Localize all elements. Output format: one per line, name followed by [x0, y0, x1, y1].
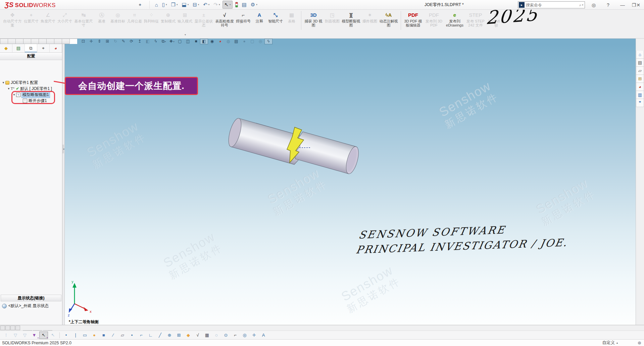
- undo-icon[interactable]: ↶▾: [202, 1, 211, 9]
- weld-symbol-button[interactable]: ⌐ 焊接符号: [235, 10, 252, 24]
- command-search[interactable]: ▸ ⌕ ▾: [518, 1, 585, 8]
- tab-mbd-dimensions[interactable]: [54, 39, 62, 44]
- display-settings-icon[interactable]: ▤: [233, 39, 240, 44]
- panel-splitter[interactable]: ◂: [62, 44, 65, 325]
- pmi-preview-icon[interactable]: ϟ: [265, 39, 272, 44]
- tab-solidworks-addins[interactable]: [62, 39, 70, 44]
- zoom-area-icon[interactable]: ⊞: [104, 39, 111, 44]
- angled-line-tool[interactable]: ╱: [156, 332, 164, 339]
- rotate-view-icon[interactable]: ↻: [112, 39, 119, 44]
- point-tool[interactable]: ▪: [128, 332, 136, 339]
- magnifier-tool[interactable]: ◌: [212, 332, 221, 339]
- save-icon[interactable]: ⬓▾: [180, 1, 190, 9]
- status-customize-button[interactable]: 自定义▴: [602, 340, 618, 346]
- print-icon[interactable]: ⊟▾: [191, 1, 200, 9]
- angle-dimension-button[interactable]: ∠ 角度尺寸: [40, 10, 56, 24]
- convert-entities-tool[interactable]: ∟: [146, 332, 155, 339]
- new-document-icon[interactable]: ▯▾: [161, 1, 168, 9]
- 3d-pdf-template-editor-button[interactable]: PDF 3D PDF 模板编辑器: [403, 10, 424, 28]
- help-icon[interactable]: ?: [602, 0, 614, 10]
- tab-sheet-metal[interactable]: [23, 39, 31, 44]
- display-state-row[interactable]: <默认>_外观 显示状态: [2, 303, 49, 309]
- publish-step242-button[interactable]: STEP 发布 STEP 242 文件: [465, 10, 486, 28]
- rebuild-traffic-light-icon[interactable]: [234, 1, 239, 9]
- basic-location-dimension-button[interactable]: ↹ 基本位置尺寸: [73, 10, 94, 28]
- smart-dimension-button[interactable]: ⤡ 智能尺寸: [267, 10, 284, 24]
- configurationmanager-icon[interactable]: ⧉: [25, 44, 37, 52]
- sketch-slot-tool[interactable]: ●: [90, 332, 99, 339]
- measure-tool[interactable]: ◆: [184, 332, 193, 339]
- section-view-button[interactable]: ◳ 剖面视图: [324, 10, 341, 24]
- forum-icon[interactable]: ❞: [636, 99, 644, 107]
- tab-direct-editing[interactable]: [39, 39, 47, 44]
- sketch-point-tool[interactable]: •: [62, 332, 70, 339]
- dimxpertmanager-icon[interactable]: ⌖: [37, 44, 50, 52]
- roll-view-icon[interactable]: ⟳: [128, 39, 135, 44]
- search-dropdown-icon[interactable]: ▾: [582, 4, 583, 6]
- scroll-first-button[interactable]: [0, 326, 5, 330]
- tab-weldments[interactable]: [15, 39, 23, 44]
- zoom-in-out-icon[interactable]: ⇕: [96, 39, 103, 44]
- tab-sketch[interactable]: [8, 39, 16, 44]
- weld-symbol-tool[interactable]: ⌐: [231, 332, 240, 339]
- section-view-hud-icon[interactable]: ◧: [144, 39, 151, 44]
- close-doc-button[interactable]: [506, 39, 511, 44]
- perspective-icon[interactable]: ▢: [249, 39, 256, 44]
- close-button[interactable]: ✕: [633, 0, 644, 10]
- sketch-line-tool[interactable]: ∣: [71, 332, 80, 339]
- options-gear-icon[interactable]: ⚙▾: [249, 1, 259, 9]
- minimize-button[interactable]: —: [617, 0, 628, 10]
- scroll-last-button[interactable]: [15, 326, 20, 330]
- contour-select-tool[interactable]: ⌐: [137, 332, 146, 339]
- filter-vertices-icon[interactable]: ▽: [11, 332, 20, 339]
- copy-scheme-button[interactable]: ⊕ 复制模式: [160, 10, 177, 24]
- pattern-feature-button[interactable]: ⁘ 阵列特征: [143, 10, 160, 24]
- normal-to-icon[interactable]: ↥: [136, 39, 143, 44]
- next-window-button[interactable]: [487, 39, 492, 44]
- select-tool[interactable]: ↖▾: [39, 332, 48, 339]
- displaymanager-icon[interactable]: ◕: [50, 44, 62, 52]
- expand-icon[interactable]: ▼: [7, 87, 11, 90]
- circle-tool[interactable]: ⊕: [165, 332, 174, 339]
- sketch-rectangle-tool[interactable]: ▭: [81, 332, 89, 339]
- redo-icon[interactable]: ↷▾: [212, 1, 221, 9]
- filter-edges-icon[interactable]: ▽: [20, 332, 29, 339]
- datum-button[interactable]: Ⓐ 基准: [94, 10, 109, 24]
- tab-surfaces[interactable]: [31, 39, 39, 44]
- selection-filter-icon[interactable]: ▼▾: [30, 332, 39, 339]
- exploded-view-button[interactable]: ✶ 爆炸视图: [361, 10, 378, 24]
- datum-target-tool[interactable]: ⊙: [221, 332, 230, 339]
- reference-plane-tool[interactable]: ▱: [118, 332, 127, 339]
- search-input[interactable]: [526, 3, 579, 7]
- publish-3d-pdf-button[interactable]: PDF 发布到 3D PDF: [424, 10, 444, 28]
- taskpane-home-icon[interactable]: ⌂: [636, 51, 644, 59]
- featuremanager-tree-icon[interactable]: ◆: [0, 44, 12, 52]
- tab-evaluate[interactable]: [46, 39, 54, 44]
- location-dimension-button[interactable]: ⌖ 位置尺寸: [23, 10, 40, 24]
- extrude-feature-tool[interactable]: ■: [99, 332, 108, 339]
- shaded-icon[interactable]: ■: [192, 39, 200, 44]
- tree-row-root[interactable]: ▼ JOE零件1 配置: [2, 80, 38, 86]
- ribbon-pulldown-icon[interactable]: ▾: [185, 33, 186, 36]
- note-tool[interactable]: A: [259, 332, 268, 339]
- centerline-tool[interactable]: ⁄: [109, 332, 117, 339]
- pin-menu-icon[interactable]: ✦: [138, 2, 142, 7]
- file-explorer-icon[interactable]: ▱: [636, 67, 644, 75]
- note-button[interactable]: A 注释: [252, 10, 267, 24]
- appearances-icon[interactable]: ◕: [216, 39, 224, 44]
- status-tag-icon[interactable]: ⊛: [638, 340, 641, 345]
- geometric-tolerance-button[interactable]: ⌗ 几何公差: [126, 10, 143, 24]
- design-library-icon[interactable]: ▤: [636, 59, 644, 67]
- select-arrow-icon[interactable]: ↖▾: [222, 1, 232, 9]
- tables-button[interactable]: ▦ 表格: [284, 10, 299, 24]
- home-icon[interactable]: ⌂: [154, 1, 159, 9]
- tab-mbd[interactable]: [69, 39, 78, 44]
- custom-properties-icon[interactable]: ▥: [636, 91, 644, 99]
- open-icon[interactable]: ❒▾: [170, 1, 179, 9]
- show-tolerance-status-button[interactable]: ± 显示公差状态: [193, 10, 214, 28]
- view-palette-icon[interactable]: ⊞: [636, 75, 644, 83]
- expand-icon[interactable]: ▼: [2, 81, 5, 84]
- scroll-next-button[interactable]: [10, 326, 15, 330]
- splitter-collapse-icon[interactable]: ◂: [62, 145, 65, 153]
- tolerance-table-tool[interactable]: ▦: [203, 332, 211, 339]
